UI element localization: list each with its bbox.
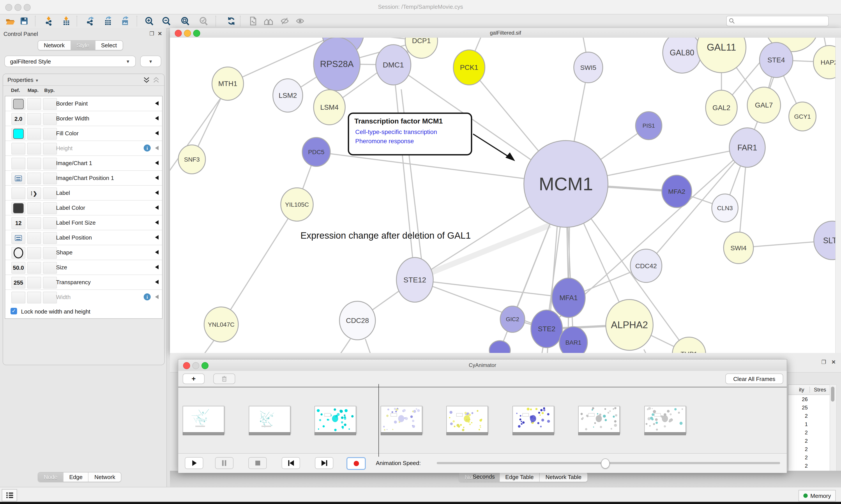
table-cell[interactable]: 2 [788, 463, 808, 469]
refresh-view-icon[interactable] [226, 15, 237, 27]
lock-node-size-row[interactable]: ✓ Lock node width and height [5, 304, 162, 319]
mapping-cell[interactable] [27, 292, 41, 303]
mapping-cell[interactable] [27, 98, 41, 110]
zoom-selected-icon[interactable] [198, 15, 209, 27]
default-value-cell[interactable] [12, 232, 25, 244]
expand-row-icon[interactable] [155, 205, 159, 210]
expand-row-icon[interactable] [155, 176, 159, 180]
hide-selected-icon[interactable] [279, 15, 290, 27]
expand-row-icon[interactable] [155, 250, 159, 254]
bypass-cell[interactable] [43, 262, 57, 274]
network-node-YIL105C[interactable]: YIL105C [281, 188, 313, 221]
frame-thumbnail-7[interactable] [578, 406, 620, 433]
property-row-shape[interactable]: Shape [5, 245, 162, 260]
expand-row-icon[interactable] [155, 235, 159, 239]
network-node-MTH1[interactable]: MTH1 [212, 67, 244, 100]
info-icon[interactable]: i [144, 293, 151, 300]
add-frame-button[interactable]: + [183, 374, 204, 384]
mapping-cell[interactable] [27, 202, 41, 214]
default-value-cell[interactable] [12, 187, 25, 199]
network-node-PCK1[interactable]: PCK1 [453, 50, 485, 85]
network-node-FAR1[interactable]: FAR1 [729, 128, 765, 167]
annotation-box[interactable]: Transcription factor MCM1 Cell-type-spec… [348, 112, 472, 156]
property-row-label-position[interactable]: Label Position [5, 230, 162, 245]
bypass-cell[interactable] [43, 202, 57, 214]
network-node-SWI4[interactable]: SWI4 [723, 232, 753, 264]
expand-row-icon[interactable] [155, 220, 159, 224]
network-node-MCM1[interactable]: MCM1 [524, 141, 608, 227]
expand-row-icon[interactable] [155, 131, 159, 135]
node-table[interactable]: ity Stres 26252122222 [788, 384, 830, 484]
default-value-cell[interactable]: 50.0 [12, 262, 25, 274]
open-doc-icon[interactable] [248, 15, 259, 27]
tab-edge[interactable]: Edge [64, 472, 89, 482]
skip-start-button[interactable] [282, 457, 300, 469]
frame-thumbnail-8[interactable] [644, 406, 686, 433]
record-button[interactable] [346, 457, 366, 470]
table-cell[interactable]: 25 [788, 404, 808, 411]
bypass-cell[interactable] [43, 158, 57, 169]
table-cell[interactable]: 1 [788, 421, 808, 427]
export-image-icon[interactable] [119, 15, 130, 27]
open-session-icon[interactable] [4, 15, 16, 27]
network-node-LSM2[interactable]: LSM2 [273, 79, 303, 112]
frame-thumbnail-3[interactable] [315, 406, 356, 433]
import-table-icon[interactable] [60, 15, 72, 27]
property-row-height[interactable]: Heighti [5, 141, 162, 156]
property-row-label[interactable]: ⁞❯Label [5, 186, 162, 201]
mapping-cell[interactable] [27, 173, 41, 184]
cyanimator-titlebar[interactable]: CyAnimator [178, 360, 787, 371]
mapping-cell[interactable] [27, 277, 41, 289]
tab-network[interactable]: Network [38, 41, 71, 50]
network-node-CDC42[interactable]: CDC42 [630, 249, 662, 283]
network-node-GIC2[interactable]: GIC2 [500, 306, 525, 332]
property-row-label-font-size[interactable]: 12Label Font Size [5, 215, 162, 230]
properties-header[interactable]: Properties ▼ [3, 74, 164, 86]
network-node-SWI5[interactable]: SWI5 [574, 52, 603, 83]
pause-button[interactable] [215, 457, 233, 469]
network-vertical-scrollbar[interactable] [835, 38, 841, 353]
mapping-cell[interactable] [27, 217, 41, 229]
bypass-cell[interactable] [43, 247, 57, 259]
mapping-cell[interactable] [27, 158, 41, 169]
network-node-MFA2[interactable]: MFA2 [662, 175, 692, 208]
table-vertical-scrollbar[interactable] [829, 384, 837, 484]
bypass-cell[interactable] [43, 232, 57, 244]
save-session-icon[interactable] [18, 15, 30, 27]
property-row-width[interactable]: Widthi [5, 290, 162, 305]
frame-thumbnail-4[interactable] [380, 406, 422, 433]
network-node-SLT2[interactable]: SLT2 [814, 221, 836, 260]
lock-checkbox[interactable]: ✓ [11, 308, 17, 314]
property-row-image-chart-position-1[interactable]: Image/Chart Position 1 [5, 171, 162, 186]
frame-thumbnail-6[interactable] [512, 406, 554, 433]
property-row-size[interactable]: 50.0Size [5, 260, 162, 275]
bypass-cell[interactable] [43, 98, 57, 110]
network-titlebar[interactable]: galFiltered.sif [170, 28, 841, 38]
network-node-GAL2[interactable]: GAL2 [706, 90, 737, 125]
task-history-button[interactable] [2, 489, 17, 501]
expand-row-icon[interactable] [155, 280, 159, 284]
table-cell[interactable]: 2 [788, 438, 808, 444]
tab-network[interactable]: Network [89, 472, 121, 482]
export-table-icon[interactable] [102, 15, 113, 27]
network-node-STE12[interactable]: STE12 [396, 257, 433, 302]
mapping-cell[interactable] [27, 128, 41, 140]
expand-row-icon[interactable] [155, 265, 159, 269]
table-cell[interactable]: 2 [788, 413, 808, 419]
close-panel-icon[interactable]: ✕ [158, 31, 162, 37]
zoom-out-icon[interactable] [161, 15, 172, 27]
bypass-cell[interactable] [43, 217, 57, 229]
property-row-border-width[interactable]: 2.0Border Width [5, 111, 162, 126]
frame-thumbnail-5[interactable] [446, 406, 488, 433]
table-cell[interactable]: 2 [788, 430, 808, 436]
property-row-border-paint[interactable]: Border Paint [5, 96, 162, 111]
table-cell[interactable]: 2 [788, 446, 808, 452]
tab-edge-table[interactable]: Edge Table [500, 472, 540, 482]
default-value-cell[interactable] [12, 247, 25, 259]
default-value-cell[interactable] [12, 143, 25, 155]
clear-all-frames-button[interactable]: Clear All Frames [726, 374, 783, 384]
property-row-transparency[interactable]: 255Transparency [5, 275, 162, 290]
bypass-cell[interactable] [43, 292, 57, 303]
first-neighbors-icon[interactable] [263, 15, 274, 27]
tab-node[interactable]: Node [38, 472, 64, 482]
